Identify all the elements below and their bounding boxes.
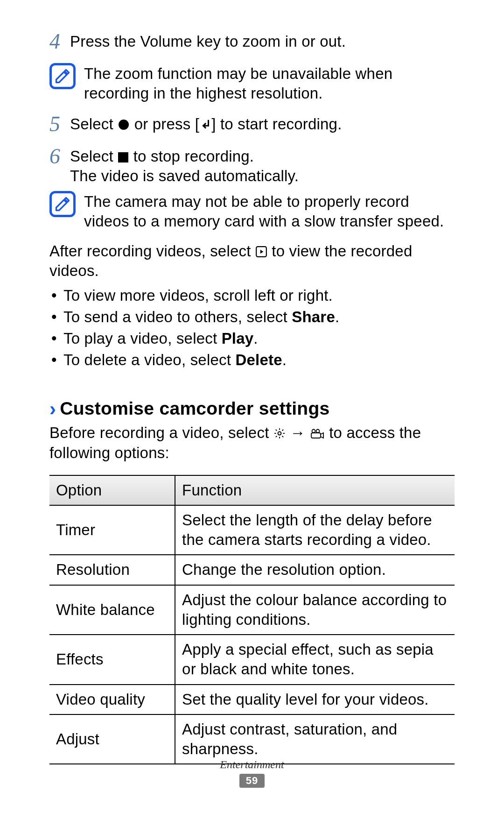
cell-option: Timer bbox=[49, 505, 175, 555]
note-text: The camera may not be able to properly r… bbox=[77, 191, 455, 231]
cell-option: Video quality bbox=[49, 685, 175, 714]
header-option: Option bbox=[49, 475, 175, 505]
note-text: The zoom function may be unavailable whe… bbox=[77, 63, 455, 103]
record-icon bbox=[118, 119, 130, 131]
step-text: Select or press [] to start recording. bbox=[70, 113, 455, 134]
list-item: To send a video to others, select Share. bbox=[49, 307, 455, 327]
play-thumbnail-icon bbox=[255, 246, 267, 258]
list-item: To play a video, select Play. bbox=[49, 329, 455, 348]
section-heading: › Customise camcorder settings bbox=[49, 396, 455, 421]
step-4: 4 Press the Volume key to zoom in or out… bbox=[49, 31, 455, 58]
page-number: 59 bbox=[239, 774, 265, 788]
options-table: Option Function Timer Select the length … bbox=[49, 475, 455, 765]
header-function: Function bbox=[175, 475, 455, 505]
step-text: Select to stop recording. The video is s… bbox=[70, 146, 455, 186]
step-number: 6 bbox=[49, 143, 70, 170]
table-row: Resolution Change the resolution option. bbox=[49, 555, 455, 585]
svg-point-12 bbox=[312, 430, 315, 433]
camcorder-icon bbox=[310, 428, 325, 439]
heading-text: Customise camcorder settings bbox=[60, 397, 329, 420]
bullet-list: To view more videos, scroll left or righ… bbox=[49, 286, 455, 370]
cell-function: Change the resolution option. bbox=[175, 555, 455, 585]
cell-function: Select the length of the delay before th… bbox=[175, 505, 455, 555]
cell-option: Adjust bbox=[49, 714, 175, 764]
svg-line-10 bbox=[276, 436, 277, 437]
step-number: 4 bbox=[49, 28, 70, 56]
page-footer: Entertainment 59 bbox=[0, 758, 504, 788]
svg-line-9 bbox=[282, 436, 283, 437]
footer-category: Entertainment bbox=[0, 758, 504, 771]
svg-point-0 bbox=[119, 120, 129, 130]
step-number: 5 bbox=[49, 111, 70, 138]
svg-line-8 bbox=[276, 430, 277, 431]
list-item: To view more videos, scroll left or righ… bbox=[49, 286, 455, 305]
intro-paragraph: Before recording a video, select → to ac… bbox=[49, 423, 455, 462]
cell-option: Resolution bbox=[49, 555, 175, 585]
cell-option: Effects bbox=[49, 635, 175, 684]
step-text: Press the Volume key to zoom in or out. bbox=[70, 31, 455, 51]
manual-page: 4 Press the Volume key to zoom in or out… bbox=[0, 0, 504, 764]
svg-line-11 bbox=[282, 430, 283, 431]
svg-point-13 bbox=[316, 430, 319, 433]
enter-key-icon bbox=[199, 119, 211, 131]
svg-rect-1 bbox=[118, 152, 128, 163]
table-row: Timer Select the length of the delay bef… bbox=[49, 505, 455, 555]
table-row: Effects Apply a special effect, such as … bbox=[49, 635, 455, 684]
table-row: White balance Adjust the colour balance … bbox=[49, 585, 455, 635]
chevron-right-icon: › bbox=[49, 396, 56, 422]
after-recording-paragraph: After recording videos, select to view t… bbox=[49, 241, 455, 281]
step-5: 5 Select or press [] to start recording. bbox=[49, 113, 455, 141]
table-row: Video quality Set the quality level for … bbox=[49, 685, 455, 714]
cell-function: Adjust the colour balance according to l… bbox=[175, 585, 455, 635]
note-memory-card: The camera may not be able to properly r… bbox=[49, 191, 455, 231]
table-row: Adjust Adjust contrast, saturation, and … bbox=[49, 714, 455, 764]
cell-function: Apply a special effect, such as sepia or… bbox=[175, 635, 455, 684]
note-icon bbox=[49, 191, 76, 217]
gear-icon bbox=[273, 427, 286, 439]
note-icon bbox=[49, 63, 76, 89]
table-header-row: Option Function bbox=[49, 475, 455, 505]
cell-function: Adjust contrast, saturation, and sharpne… bbox=[175, 714, 455, 764]
stop-icon bbox=[118, 152, 129, 163]
cell-function: Set the quality level for your videos. bbox=[175, 685, 455, 714]
list-item: To delete a video, select Delete. bbox=[49, 350, 455, 370]
step-6: 6 Select to stop recording. The video is… bbox=[49, 146, 455, 186]
note-zoom: The zoom function may be unavailable whe… bbox=[49, 63, 455, 103]
svg-rect-14 bbox=[311, 433, 321, 438]
svg-point-3 bbox=[278, 432, 281, 435]
cell-option: White balance bbox=[49, 585, 175, 635]
